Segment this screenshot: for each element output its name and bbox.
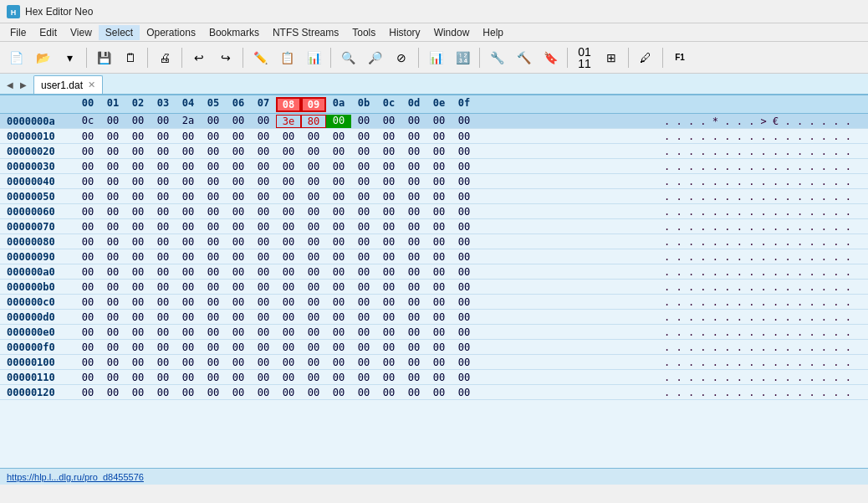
hex-cell[interactable]: 00	[452, 146, 477, 157]
hex-cell[interactable]: 00	[351, 266, 376, 278]
hex-cell[interactable]: 00	[125, 372, 151, 383]
hex-cell[interactable]: 00	[75, 266, 100, 278]
hex-cell[interactable]: 00	[452, 281, 477, 293]
hex-cell[interactable]: 00	[426, 341, 452, 353]
hex-cell[interactable]: 00	[326, 266, 351, 278]
hex-cell[interactable]: 00	[301, 387, 326, 398]
hex-cell[interactable]: 00	[326, 176, 351, 187]
hex-cell[interactable]: 00	[426, 326, 452, 338]
open-btn[interactable]: 📂	[30, 45, 55, 70]
hex-cell[interactable]: 00	[276, 326, 301, 338]
hex-cell[interactable]: 00	[176, 251, 201, 263]
hex-cell[interactable]: 00	[125, 311, 151, 323]
hex-cell[interactable]: 00	[251, 296, 276, 308]
open-dropdown[interactable]: ▾	[57, 45, 82, 70]
hex-cell[interactable]: 00	[326, 236, 351, 248]
redo-btn[interactable]: ↪	[213, 45, 238, 70]
hex-cell[interactable]: 00	[452, 161, 477, 172]
hex-cell[interactable]: 00	[151, 221, 176, 233]
hex-cell[interactable]: 00	[401, 341, 426, 353]
hex-cell[interactable]: 00	[401, 296, 426, 308]
hex-cell[interactable]: 00	[176, 236, 201, 248]
hex-cell[interactable]: 00	[326, 311, 351, 323]
hex-cell[interactable]: 00	[201, 176, 226, 187]
hex-cell[interactable]: 00	[75, 221, 100, 233]
hex-cell[interactable]: 00	[376, 131, 401, 142]
hex-cell[interactable]: 00	[176, 357, 201, 368]
hex-cell[interactable]: 00	[251, 206, 276, 218]
hex-cell[interactable]: 00	[75, 176, 100, 187]
hex-cell[interactable]: 00	[326, 296, 351, 308]
hex-cell[interactable]: 00	[376, 206, 401, 218]
hex-cell[interactable]: 00	[376, 341, 401, 353]
hex-cell[interactable]: 00	[376, 387, 401, 398]
hex-cell[interactable]: 00	[201, 311, 226, 323]
hex-cell[interactable]: 00	[351, 281, 376, 293]
hex-cell[interactable]: 00	[251, 341, 276, 353]
hex-cell[interactable]: 00	[226, 387, 251, 398]
hex-cell[interactable]: 00	[176, 266, 201, 278]
hex-cell[interactable]: 00	[426, 357, 452, 368]
hex-cell[interactable]: 00	[201, 236, 226, 248]
hex-cell[interactable]: 00	[376, 281, 401, 293]
hex-cell[interactable]: 00	[75, 236, 100, 248]
hex-cell[interactable]: 00	[75, 206, 100, 218]
hex-cell[interactable]: 00	[125, 341, 151, 353]
hex-cell[interactable]: 00	[376, 311, 401, 323]
hex-cell[interactable]: 00	[426, 115, 452, 128]
hex-cell[interactable]: 00	[251, 115, 276, 128]
hex-cell[interactable]: 00	[176, 131, 201, 142]
hex-cell[interactable]: 00	[351, 221, 376, 233]
hex-cell[interactable]: 00	[100, 236, 125, 248]
hex-cell[interactable]: 00	[326, 206, 351, 218]
hex-cell[interactable]: 00	[452, 176, 477, 187]
hex-cell[interactable]: 00	[100, 326, 125, 338]
hex-cell[interactable]: 00	[452, 326, 477, 338]
hex-cell[interactable]: 00	[176, 311, 201, 323]
hex-cell[interactable]: 00	[276, 191, 301, 203]
hex-cell[interactable]: 00	[151, 296, 176, 308]
hex-cell[interactable]: 00	[201, 191, 226, 203]
hex-cell[interactable]: 00	[326, 146, 351, 157]
hex-cell[interactable]: 00	[226, 251, 251, 263]
menu-item-tools[interactable]: Tools	[345, 25, 382, 40]
hex-cell[interactable]: 00	[125, 176, 151, 187]
f1-btn[interactable]: F1	[667, 45, 692, 70]
hex-cell[interactable]: 00	[226, 326, 251, 338]
hex-cell[interactable]: 00	[251, 266, 276, 278]
hex-cell[interactable]: 00	[401, 236, 426, 248]
nav-next[interactable]: ▶	[17, 75, 30, 94]
hex-cell[interactable]: 00	[426, 176, 452, 187]
hex-cell[interactable]: 00	[176, 161, 201, 172]
tab-user1.dat[interactable]: user1.dat✕	[33, 75, 103, 94]
hex-cell[interactable]: 00	[201, 161, 226, 172]
hex-cell[interactable]: 00	[201, 357, 226, 368]
hex-cell[interactable]: 00	[351, 311, 376, 323]
hex-cell[interactable]: 00	[376, 266, 401, 278]
hex-cell[interactable]: 00	[301, 191, 326, 203]
menu-item-ntfs-streams[interactable]: NTFS Streams	[266, 25, 345, 40]
hex-cell[interactable]: 00	[176, 296, 201, 308]
hex-cell[interactable]: 00	[426, 236, 452, 248]
hex-cell[interactable]: 00	[326, 372, 351, 383]
hex-cell[interactable]: 00	[151, 251, 176, 263]
bits-btn[interactable]: 01 11	[572, 45, 597, 70]
hex-cell[interactable]: 00	[276, 341, 301, 353]
hex-cell[interactable]: 00	[226, 236, 251, 248]
hex-cell[interactable]: 00	[151, 206, 176, 218]
hex-cell[interactable]: 00	[125, 266, 151, 278]
compare2-btn[interactable]: 📊	[301, 45, 326, 70]
hex-cell[interactable]: 00	[301, 281, 326, 293]
hex-cell[interactable]: 00	[351, 131, 376, 142]
hex-cell[interactable]: 00	[401, 251, 426, 263]
hex-cell[interactable]: 00	[301, 251, 326, 263]
hex-cell[interactable]: 00	[276, 357, 301, 368]
hex-cell[interactable]: 00	[351, 176, 376, 187]
hex-cell[interactable]: 00	[125, 161, 151, 172]
hex-cell[interactable]: 00	[100, 221, 125, 233]
hex-cell[interactable]: 00	[351, 341, 376, 353]
hex-cell[interactable]: 00	[376, 357, 401, 368]
menu-item-window[interactable]: Window	[427, 25, 477, 40]
hex-cell[interactable]: 00	[100, 131, 125, 142]
hex-cell[interactable]: 00	[301, 206, 326, 218]
